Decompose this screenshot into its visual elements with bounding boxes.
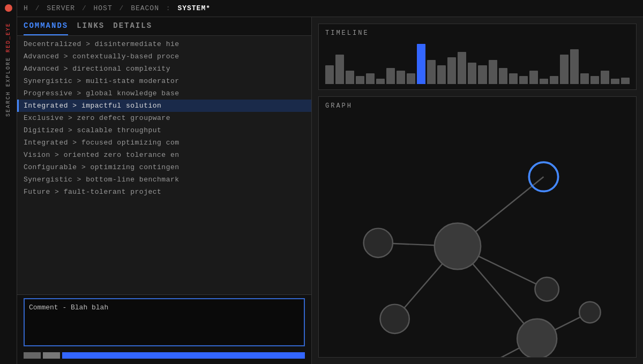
left-panel: COMMANDS LINKS DETAILS Decentralized > d… — [17, 17, 312, 364]
sep3: / — [119, 4, 124, 12]
graph-node-bottom-right[interactable] — [517, 319, 557, 358]
graph-node-center[interactable] — [435, 223, 481, 269]
timeline-bar-2 — [346, 71, 354, 84]
timeline-bar-28 — [611, 79, 619, 84]
command-row-6[interactable]: Exclusive > zero defect groupware — [17, 112, 311, 124]
timeline-bar-15 — [478, 65, 487, 84]
command-row-1[interactable]: Advanced > contextually-based proce — [17, 50, 311, 63]
timeline-bar-21 — [540, 79, 548, 84]
sep2: / — [82, 4, 87, 12]
sidebar-item-redeye[interactable]: RED_EYE — [5, 22, 11, 52]
graph-node-top-right[interactable] — [529, 162, 558, 191]
sep4: : — [166, 4, 171, 12]
timeline-bar-16 — [489, 60, 497, 84]
command-list: Decentralized > disintermediate hieAdvan… — [17, 36, 311, 294]
timeline-section: TIMELINE — [318, 24, 637, 90]
timeline-bar-7 — [397, 71, 405, 84]
timeline-bar-11 — [437, 65, 446, 84]
timeline-bar-23 — [560, 55, 569, 84]
graph-node-bottom-left[interactable] — [380, 305, 409, 333]
timeline-bar-6 — [386, 68, 395, 84]
right-panel: TIMELINE GRAPH — [312, 17, 643, 364]
sep1: / — [35, 4, 40, 12]
main-area: H / SERVER / HOST / BEACON : SYSTEM* COM… — [17, 0, 643, 364]
tab-details[interactable]: DETAILS — [113, 21, 152, 35]
editor-btn-2[interactable] — [43, 352, 60, 359]
timeline-bar-3 — [356, 76, 364, 84]
timeline-bar-12 — [447, 57, 456, 84]
timeline-bar-27 — [601, 71, 609, 84]
timeline-bar-18 — [509, 73, 518, 84]
breadcrumb: H / SERVER / HOST / BEACON : SYSTEM* — [17, 0, 643, 17]
timeline-bar-29 — [621, 78, 630, 84]
timeline-bar-25 — [580, 73, 589, 84]
timeline-bar-26 — [590, 76, 599, 84]
breadcrumb-h[interactable]: H — [24, 4, 28, 12]
timeline-bar-1 — [335, 55, 344, 84]
editor-btn-submit[interactable] — [62, 352, 305, 359]
timeline-chart — [325, 41, 630, 84]
inline-editor: Comment - Blah blah — [17, 294, 311, 364]
graph-canvas — [325, 114, 630, 358]
graph-node-far-right[interactable] — [579, 302, 601, 323]
graph-node-right[interactable] — [535, 277, 558, 301]
graph-node-left[interactable] — [364, 229, 393, 257]
sidebar-item-explore[interactable]: EXPLORE — [5, 57, 11, 87]
editor-buttons — [24, 352, 305, 359]
graph-section: GRAPH — [318, 96, 637, 358]
command-row-2[interactable]: Advanced > directional complexity — [17, 63, 311, 75]
graph-label: GRAPH — [325, 102, 630, 110]
editor-textarea[interactable]: Comment - Blah blah — [24, 298, 305, 346]
timeline-bar-20 — [529, 71, 538, 84]
editor-btn-1[interactable] — [24, 352, 41, 359]
breadcrumb-beacon[interactable]: BEACON — [131, 4, 159, 12]
breadcrumb-host[interactable]: HOST — [94, 4, 113, 12]
breadcrumb-server[interactable]: SERVER — [47, 4, 75, 12]
timeline-bar-24 — [570, 49, 579, 84]
timeline-bar-19 — [519, 76, 528, 84]
timeline-bar-13 — [458, 52, 466, 84]
command-row-7[interactable]: Digitized > scalable throughput — [17, 124, 311, 136]
sidebar: RED_EYE EXPLORE SEARCH — [0, 0, 17, 364]
command-row-5[interactable]: Integrated > impactful solution — [17, 100, 311, 112]
command-row-12[interactable]: Future > fault-tolerant project — [17, 186, 311, 198]
command-row-10[interactable]: Configurable > optimizing contingen — [17, 161, 311, 173]
command-row-4[interactable]: Progressive > global knowledge base — [17, 87, 311, 100]
timeline-bar-10 — [427, 60, 436, 84]
command-row-3[interactable]: Synergistic > multi-state moderator — [17, 75, 311, 87]
breadcrumb-active[interactable]: SYSTEM* — [177, 4, 211, 12]
timeline-bar-9 — [417, 44, 425, 84]
timeline-bar-22 — [550, 76, 558, 84]
timeline-label: TIMELINE — [325, 29, 630, 37]
tab-links[interactable]: LINKS — [77, 21, 104, 35]
sidebar-item-search[interactable]: SEARCH — [5, 91, 11, 117]
timeline-bar-17 — [499, 68, 507, 84]
command-row-0[interactable]: Decentralized > disintermediate hie — [17, 38, 311, 50]
timeline-bar-4 — [366, 73, 375, 84]
timeline-bar-5 — [376, 79, 385, 84]
graph-svg — [325, 114, 630, 358]
timeline-bar-14 — [468, 63, 476, 84]
tab-bar: COMMANDS LINKS DETAILS — [17, 17, 311, 36]
command-row-8[interactable]: Integrated > focused optimizing com — [17, 136, 311, 149]
logo-dot — [5, 4, 12, 12]
command-row-11[interactable]: Synergistic > bottom-line benchmark — [17, 173, 311, 186]
command-row-9[interactable]: Vision > oriented zero tolerance en — [17, 149, 311, 161]
content-area: COMMANDS LINKS DETAILS Decentralized > d… — [17, 17, 643, 364]
timeline-bar-8 — [407, 73, 415, 84]
tab-commands[interactable]: COMMANDS — [24, 21, 68, 35]
timeline-bar-0 — [325, 65, 334, 84]
